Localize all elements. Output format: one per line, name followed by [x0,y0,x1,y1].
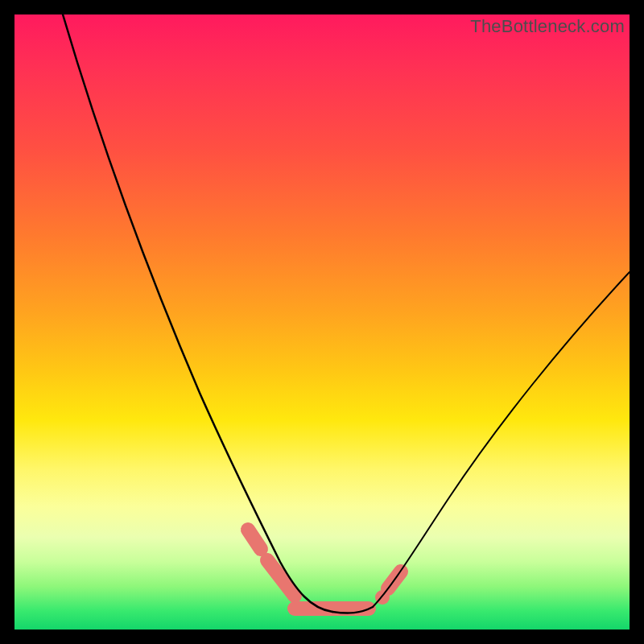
curve-svg [14,14,630,630]
bottleneck-curve-left [63,14,332,612]
chart-frame: TheBottleneck.com [0,0,644,644]
watermark-text: TheBottleneck.com [470,16,625,37]
bottleneck-curve-right [373,272,630,607]
gradient-plot-area: TheBottleneck.com [14,14,630,630]
highlight-seg-1 [248,530,261,549]
